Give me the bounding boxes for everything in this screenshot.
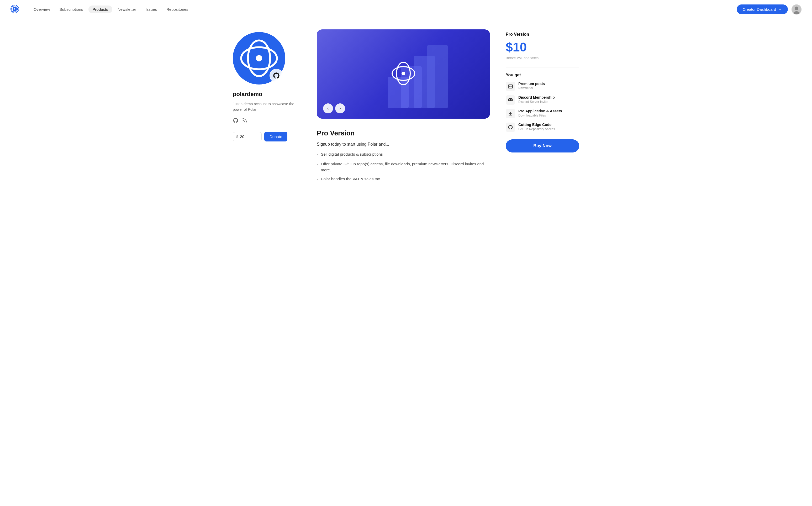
svg-point-5 <box>795 7 798 10</box>
donate-amount-input[interactable] <box>240 135 256 139</box>
bullet-1: Sell digital products & subscriptions <box>317 152 490 158</box>
price-section: Pro Version $10 Before VAT and taxes <box>506 32 579 60</box>
discord-icon <box>506 95 515 105</box>
nav-overview[interactable]: Overview <box>29 5 54 13</box>
svg-point-10 <box>243 122 243 122</box>
benefit-premium-posts-sub: Newsletter <box>518 86 545 90</box>
benefit-list: Premium posts Newsletter Discord Members… <box>506 82 579 132</box>
carousel-next-button[interactable]: › <box>335 103 345 113</box>
benefit-download-name: Pro Application & Assets <box>518 109 562 113</box>
benefit-discord-sub: Discord Server Invite <box>518 100 554 104</box>
svg-point-9 <box>256 55 262 62</box>
product-details: Pro Version Signup today to start using … <box>317 127 490 189</box>
nav-repositories[interactable]: Repositories <box>162 5 192 13</box>
buy-now-button[interactable]: Buy Now <box>506 139 579 153</box>
svg-rect-18 <box>508 85 513 88</box>
divider-1 <box>506 67 579 68</box>
svg-point-17 <box>401 72 405 75</box>
benefit-github-sub: GitHub Repository Access <box>518 127 555 131</box>
carousel-prev-button[interactable]: ‹ <box>323 103 333 113</box>
github-profile-link[interactable] <box>233 117 239 123</box>
sidebar: polardemo Just a demo account to showcas… <box>233 29 301 189</box>
product-bullets: Sell digital products & subscriptions Of… <box>317 152 490 183</box>
bullet-2: Offer private GitHub repo(s) access, fil… <box>317 161 490 173</box>
product-title: Pro Version <box>317 129 490 137</box>
arrow-icon: → <box>778 7 782 12</box>
benefit-download-sub: Downloadable Files <box>518 114 562 117</box>
benefit-github-name: Cutting Edge Code <box>518 122 555 127</box>
user-avatar[interactable] <box>792 4 802 14</box>
benefit-discord-name: Discord Membership <box>518 95 554 99</box>
price-amount: $10 <box>506 40 579 54</box>
price-label: Pro Version <box>506 32 579 37</box>
signup-text: today to start using Polar and... <box>331 142 389 147</box>
github-benefit-icon <box>506 122 515 132</box>
profile-links <box>233 117 301 123</box>
nav-newsletter[interactable]: Newsletter <box>113 5 141 13</box>
download-icon <box>506 109 515 118</box>
main-layout: polardemo Just a demo account to showcas… <box>222 19 590 199</box>
creator-dashboard-button[interactable]: Creator Dashboard → <box>737 4 788 14</box>
price-vat-note: Before VAT and taxes <box>506 56 579 60</box>
benefit-premium-posts-name: Premium posts <box>518 82 545 86</box>
donate-input-wrap: $ <box>233 132 262 141</box>
right-panel: Pro Version $10 Before VAT and taxes You… <box>506 29 579 189</box>
benefit-github: Cutting Edge Code GitHub Repository Acce… <box>506 122 579 132</box>
nav-logo[interactable] <box>10 5 19 14</box>
product-logo-center <box>391 62 415 86</box>
nav-issues[interactable]: Issues <box>142 5 161 13</box>
benefit-discord: Discord Membership Discord Server Invite <box>506 95 579 105</box>
content-area: ‹ › Pro Version Signup today to start us… <box>317 29 490 189</box>
product-signup-line: Signup today to start using Polar and... <box>317 142 490 147</box>
profile-bio: Just a demo account to showcase the powe… <box>233 101 301 112</box>
donate-button[interactable]: Donate <box>264 132 287 142</box>
you-get-section: You get Premium posts Newsletter <box>506 73 579 153</box>
benefit-download: Pro Application & Assets Downloadable Fi… <box>506 109 579 118</box>
donate-row: $ Donate <box>233 132 301 142</box>
profile-avatar-wrap <box>233 32 285 85</box>
carousel-controls: ‹ › <box>323 103 345 113</box>
nav-subscriptions[interactable]: Subscriptions <box>56 5 87 13</box>
profile-github-badge <box>270 69 283 82</box>
svg-point-3 <box>14 8 15 9</box>
nav-links: Overview Subscriptions Products Newslett… <box>29 5 737 13</box>
signup-link[interactable]: Signup <box>317 142 330 147</box>
product-image-card: ‹ › <box>317 29 490 118</box>
rss-profile-link[interactable] <box>242 117 248 123</box>
you-get-label: You get <box>506 73 579 77</box>
navbar: Overview Subscriptions Products Newslett… <box>0 0 812 19</box>
nav-right: Creator Dashboard → <box>737 4 802 14</box>
currency-symbol: $ <box>236 135 238 139</box>
profile-username: polardemo <box>233 91 301 98</box>
newsletter-icon <box>506 82 515 91</box>
benefit-premium-posts: Premium posts Newsletter <box>506 82 579 91</box>
bullet-3: Polar handles the VAT & sales tax <box>317 176 490 183</box>
nav-products[interactable]: Products <box>88 5 112 13</box>
